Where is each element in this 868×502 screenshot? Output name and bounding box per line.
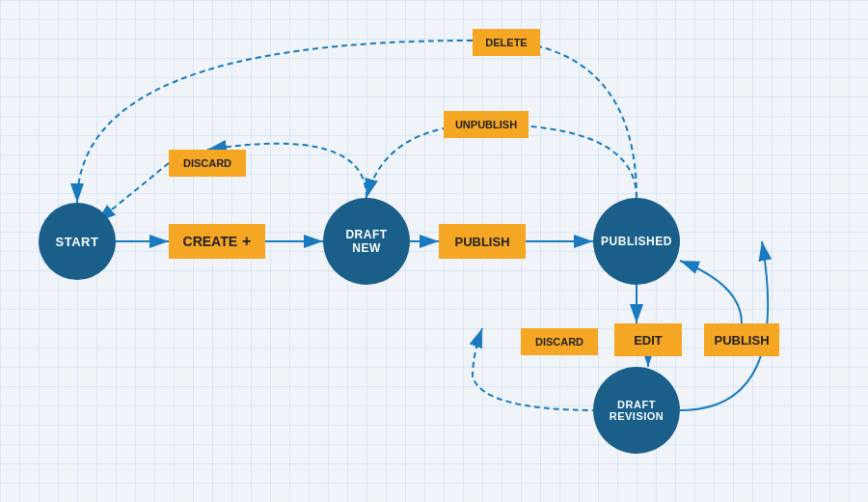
node-published: PUBLISHED — [593, 198, 680, 285]
action-create-label: CREATE — [183, 234, 238, 249]
node-draft-revision: DRAFTREVISION — [593, 367, 680, 454]
action-publish-2: PUBLISH — [704, 323, 779, 356]
node-draft-revision-label: DRAFTREVISION — [610, 399, 665, 422]
action-discard-bottom: DISCARD — [521, 328, 598, 355]
action-unpublish: UNPUBLISH — [444, 111, 529, 138]
plus-icon: + — [242, 233, 251, 250]
action-unpublish-label: UNPUBLISH — [455, 119, 517, 130]
action-delete-label: DELETE — [485, 37, 527, 48]
action-discard-top: DISCARD — [169, 150, 246, 177]
diagram-container: START DRAFTNEW PUBLISHED DRAFTREVISION C… — [0, 0, 868, 502]
diagram-svg — [0, 0, 868, 502]
action-publish2-label: PUBLISH — [714, 333, 769, 348]
node-published-label: PUBLISHED — [601, 235, 672, 248]
svg-line-8 — [96, 163, 169, 222]
node-start-label: START — [56, 235, 99, 249]
node-start: START — [39, 203, 116, 280]
action-edit: EDIT — [614, 323, 682, 356]
node-draft-new: DRAFTNEW — [323, 198, 410, 285]
action-edit-label: EDIT — [634, 333, 663, 348]
action-create: CREATE + — [169, 224, 265, 259]
node-draft-new-label: DRAFTNEW — [345, 228, 387, 255]
action-discard-bottom-label: DISCARD — [535, 336, 583, 348]
action-discard-top-label: DISCARD — [183, 157, 231, 169]
action-publish-1: PUBLISH — [439, 224, 526, 259]
action-delete: DELETE — [473, 29, 540, 56]
action-publish1-label: PUBLISH — [454, 235, 509, 249]
